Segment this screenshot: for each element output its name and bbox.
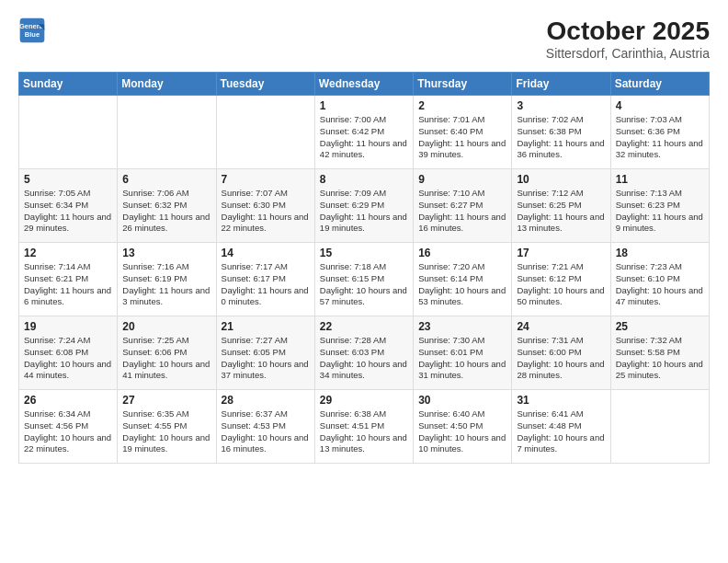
- day-number: 19: [24, 320, 112, 333]
- table-row: 17Sunrise: 7:21 AM Sunset: 6:12 PM Dayli…: [512, 243, 610, 316]
- day-number: 12: [24, 247, 112, 259]
- table-row: 12Sunrise: 7:14 AM Sunset: 6:21 PM Dayli…: [19, 243, 118, 316]
- table-row: 9Sunrise: 7:10 AM Sunset: 6:27 PM Daylig…: [414, 169, 512, 243]
- table-row: 3Sunrise: 7:02 AM Sunset: 6:38 PM Daylig…: [512, 96, 610, 169]
- table-row: 13Sunrise: 7:16 AM Sunset: 6:19 PM Dayli…: [118, 243, 216, 316]
- table-row: 5Sunrise: 7:05 AM Sunset: 6:34 PM Daylig…: [19, 169, 118, 243]
- calendar-header-row: Sunday Monday Tuesday Wednesday Thursday…: [19, 73, 710, 96]
- table-row: [216, 96, 314, 169]
- table-row: 29Sunrise: 6:38 AM Sunset: 4:51 PM Dayli…: [314, 390, 413, 464]
- table-row: 21Sunrise: 7:27 AM Sunset: 6:05 PM Dayli…: [216, 316, 314, 390]
- table-row: 30Sunrise: 6:40 AM Sunset: 4:50 PM Dayli…: [414, 390, 512, 464]
- table-row: 7Sunrise: 7:07 AM Sunset: 6:30 PM Daylig…: [216, 169, 314, 243]
- day-number: 7: [222, 173, 310, 186]
- day-info: Sunrise: 7:01 AM Sunset: 6:40 PM Dayligh…: [418, 114, 506, 161]
- title-block: October 2025 Sittersdorf, Carinthia, Aus…: [546, 17, 710, 61]
- col-thursday: Thursday: [414, 73, 512, 96]
- day-info: Sunrise: 7:02 AM Sunset: 6:38 PM Dayligh…: [517, 114, 605, 161]
- day-info: Sunrise: 6:34 AM Sunset: 4:56 PM Dayligh…: [24, 408, 112, 455]
- day-number: 8: [320, 173, 408, 186]
- day-info: Sunrise: 7:09 AM Sunset: 6:29 PM Dayligh…: [320, 188, 408, 235]
- col-friday: Friday: [512, 73, 610, 96]
- day-info: Sunrise: 6:37 AM Sunset: 4:53 PM Dayligh…: [222, 408, 310, 455]
- svg-text:Blue: Blue: [25, 30, 40, 39]
- day-info: Sunrise: 7:03 AM Sunset: 6:36 PM Dayligh…: [616, 114, 704, 161]
- day-number: 10: [517, 173, 605, 186]
- table-row: 8Sunrise: 7:09 AM Sunset: 6:29 PM Daylig…: [314, 169, 413, 243]
- table-row: [610, 390, 709, 464]
- day-info: Sunrise: 7:14 AM Sunset: 6:21 PM Dayligh…: [24, 261, 112, 308]
- day-info: Sunrise: 6:38 AM Sunset: 4:51 PM Dayligh…: [320, 408, 408, 455]
- table-row: 2Sunrise: 7:01 AM Sunset: 6:40 PM Daylig…: [414, 96, 512, 169]
- calendar-week-row: 26Sunrise: 6:34 AM Sunset: 4:56 PM Dayli…: [19, 390, 710, 464]
- calendar-week-row: 1Sunrise: 7:00 AM Sunset: 6:42 PM Daylig…: [19, 96, 710, 169]
- table-row: 31Sunrise: 6:41 AM Sunset: 4:48 PM Dayli…: [512, 390, 610, 464]
- day-info: Sunrise: 7:25 AM Sunset: 6:06 PM Dayligh…: [122, 335, 210, 382]
- day-number: 27: [122, 394, 210, 407]
- calendar-table: Sunday Monday Tuesday Wednesday Thursday…: [18, 72, 710, 464]
- day-info: Sunrise: 7:07 AM Sunset: 6:30 PM Dayligh…: [222, 188, 310, 235]
- day-number: 4: [616, 99, 704, 112]
- day-info: Sunrise: 7:32 AM Sunset: 5:58 PM Dayligh…: [616, 335, 704, 382]
- day-info: Sunrise: 6:40 AM Sunset: 4:50 PM Dayligh…: [418, 408, 506, 455]
- day-number: 21: [222, 320, 310, 333]
- day-info: Sunrise: 7:18 AM Sunset: 6:15 PM Dayligh…: [320, 261, 408, 308]
- day-number: 17: [517, 247, 605, 259]
- day-info: Sunrise: 7:24 AM Sunset: 6:08 PM Dayligh…: [24, 335, 112, 382]
- page-title: October 2025: [546, 17, 710, 46]
- day-info: Sunrise: 7:05 AM Sunset: 6:34 PM Dayligh…: [24, 188, 112, 235]
- day-info: Sunrise: 7:17 AM Sunset: 6:17 PM Dayligh…: [222, 261, 310, 308]
- day-number: 16: [418, 247, 506, 259]
- table-row: 28Sunrise: 6:37 AM Sunset: 4:53 PM Dayli…: [216, 390, 314, 464]
- day-number: 14: [222, 247, 310, 259]
- day-number: 5: [24, 173, 112, 186]
- header: General Blue October 2025 Sittersdorf, C…: [18, 17, 710, 61]
- calendar-week-row: 5Sunrise: 7:05 AM Sunset: 6:34 PM Daylig…: [19, 169, 710, 243]
- day-info: Sunrise: 6:41 AM Sunset: 4:48 PM Dayligh…: [517, 408, 605, 455]
- day-number: 25: [616, 320, 704, 333]
- day-info: Sunrise: 7:13 AM Sunset: 6:23 PM Dayligh…: [616, 188, 704, 235]
- day-info: Sunrise: 7:20 AM Sunset: 6:14 PM Dayligh…: [418, 261, 506, 308]
- calendar-week-row: 12Sunrise: 7:14 AM Sunset: 6:21 PM Dayli…: [19, 243, 710, 316]
- logo-icon: General Blue: [18, 17, 46, 44]
- table-row: 18Sunrise: 7:23 AM Sunset: 6:10 PM Dayli…: [610, 243, 709, 316]
- day-number: 3: [517, 99, 605, 112]
- table-row: 27Sunrise: 6:35 AM Sunset: 4:55 PM Dayli…: [118, 390, 216, 464]
- table-row: 23Sunrise: 7:30 AM Sunset: 6:01 PM Dayli…: [414, 316, 512, 390]
- col-saturday: Saturday: [610, 73, 709, 96]
- day-number: 11: [616, 173, 704, 186]
- table-row: 1Sunrise: 7:00 AM Sunset: 6:42 PM Daylig…: [314, 96, 413, 169]
- page: General Blue October 2025 Sittersdorf, C…: [0, 0, 728, 473]
- day-info: Sunrise: 7:12 AM Sunset: 6:25 PM Dayligh…: [517, 188, 605, 235]
- day-number: 2: [418, 99, 506, 112]
- col-monday: Monday: [118, 73, 216, 96]
- table-row: 25Sunrise: 7:32 AM Sunset: 5:58 PM Dayli…: [610, 316, 709, 390]
- day-number: 6: [122, 173, 210, 186]
- logo: General Blue: [18, 17, 46, 44]
- day-number: 26: [24, 394, 112, 407]
- table-row: 10Sunrise: 7:12 AM Sunset: 6:25 PM Dayli…: [512, 169, 610, 243]
- calendar-week-row: 19Sunrise: 7:24 AM Sunset: 6:08 PM Dayli…: [19, 316, 710, 390]
- day-number: 15: [320, 247, 408, 259]
- table-row: 20Sunrise: 7:25 AM Sunset: 6:06 PM Dayli…: [118, 316, 216, 390]
- day-info: Sunrise: 7:28 AM Sunset: 6:03 PM Dayligh…: [320, 335, 408, 382]
- day-number: 23: [418, 320, 506, 333]
- page-subtitle: Sittersdorf, Carinthia, Austria: [546, 46, 710, 61]
- table-row: 24Sunrise: 7:31 AM Sunset: 6:00 PM Dayli…: [512, 316, 610, 390]
- day-number: 22: [320, 320, 408, 333]
- day-number: 9: [418, 173, 506, 186]
- table-row: 14Sunrise: 7:17 AM Sunset: 6:17 PM Dayli…: [216, 243, 314, 316]
- table-row: 6Sunrise: 7:06 AM Sunset: 6:32 PM Daylig…: [118, 169, 216, 243]
- table-row: 19Sunrise: 7:24 AM Sunset: 6:08 PM Dayli…: [19, 316, 118, 390]
- table-row: 15Sunrise: 7:18 AM Sunset: 6:15 PM Dayli…: [314, 243, 413, 316]
- col-wednesday: Wednesday: [314, 73, 413, 96]
- day-number: 18: [616, 247, 704, 259]
- day-info: Sunrise: 7:06 AM Sunset: 6:32 PM Dayligh…: [122, 188, 210, 235]
- day-number: 30: [418, 394, 506, 407]
- day-number: 24: [517, 320, 605, 333]
- table-row: [118, 96, 216, 169]
- day-info: Sunrise: 7:30 AM Sunset: 6:01 PM Dayligh…: [418, 335, 506, 382]
- day-info: Sunrise: 6:35 AM Sunset: 4:55 PM Dayligh…: [122, 408, 210, 455]
- day-info: Sunrise: 7:10 AM Sunset: 6:27 PM Dayligh…: [418, 188, 506, 235]
- col-sunday: Sunday: [19, 73, 118, 96]
